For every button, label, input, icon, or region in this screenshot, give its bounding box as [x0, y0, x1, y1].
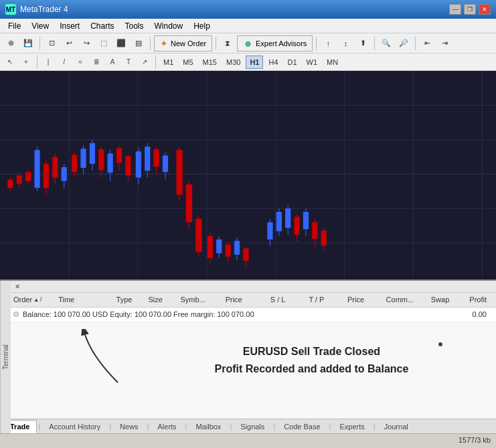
terminal-panel: Terminal ✕ Order ▲ / Time Type Size Symb… — [0, 279, 496, 433]
tab-news[interactable]: News — [112, 420, 146, 433]
separator-4 — [316, 37, 317, 50]
toolbar-btn-4[interactable]: ↩ — [61, 35, 77, 51]
toolbar-btn-9[interactable]: ⧗ — [220, 35, 236, 51]
crosshair-tool[interactable]: + — [19, 55, 33, 69]
menu-charts[interactable]: Charts — [85, 20, 119, 32]
separator-3 — [216, 37, 216, 50]
svg-rect-52 — [186, 185, 192, 223]
restore-button[interactable]: ❐ — [464, 4, 476, 15]
col-header-price2: Price — [347, 296, 386, 304]
timeframe-h1[interactable]: H1 — [246, 55, 263, 69]
wave-tool[interactable]: ≈ — [73, 55, 88, 69]
text-tool[interactable]: A — [105, 55, 120, 69]
menu-insert[interactable]: Insert — [54, 20, 85, 32]
toolbar-btn-zoom-out[interactable]: 🔎 — [396, 35, 412, 51]
menu-bar: File View Insert Charts Tools Window Hel… — [0, 19, 496, 33]
col-header-profit: Profit — [469, 296, 493, 304]
balance-row: Balance: 100 070.00 USD Equity: 100 070.… — [11, 308, 496, 322]
svg-rect-50 — [176, 150, 182, 195]
toolbar-btn-1[interactable]: ⊕ — [3, 35, 19, 51]
annotation-arrow-svg — [78, 329, 158, 389]
tab-account-history[interactable]: Account History — [42, 420, 108, 433]
terminal-label[interactable]: Terminal — [0, 281, 11, 433]
toolbar-btn-3[interactable]: ⊡ — [44, 35, 60, 51]
svg-rect-74 — [303, 212, 309, 229]
svg-rect-16 — [17, 175, 22, 183]
profit-value: 0.00 — [473, 310, 493, 318]
grid-tool[interactable]: ≣ — [89, 55, 104, 69]
menu-tools[interactable]: Tools — [120, 20, 149, 32]
svg-rect-46 — [154, 149, 159, 166]
toolbar-btn-2[interactable]: 💾 — [20, 35, 36, 51]
cursor-tool[interactable]: ↖ — [3, 55, 17, 69]
svg-rect-20 — [34, 150, 39, 188]
label-tool[interactable]: T — [121, 55, 136, 69]
toolbar-btn-13[interactable]: ⇤ — [419, 35, 435, 51]
timeframe-w1[interactable]: W1 — [303, 55, 322, 69]
menu-help[interactable]: Help — [188, 20, 216, 32]
toolbar-main: ⊕ 💾 ⊡ ↩ ↪ ⬚ ⬛ ▤ ✦ New Order ⧗ ☻ Expert A… — [0, 33, 496, 53]
col-header-time: Time — [58, 296, 116, 304]
toolbar-btn-10[interactable]: ↑ — [320, 35, 336, 51]
timeframe-m30[interactable]: M30 — [222, 55, 244, 69]
svg-rect-64 — [243, 249, 248, 261]
menu-window[interactable]: Window — [149, 20, 189, 32]
new-order-button[interactable]: ✦ New Order — [154, 35, 212, 51]
svg-rect-68 — [276, 212, 282, 231]
separator-8 — [155, 55, 156, 69]
toolbar-btn-14[interactable]: ⇥ — [436, 35, 452, 51]
chart-and-terminal: Terminal ✕ Order ▲ / Time Type Size Symb… — [0, 71, 496, 433]
terminal-close-bar: ✕ — [11, 281, 496, 293]
arrow-tool[interactable]: ↗ — [137, 55, 152, 69]
toolbar-btn-6[interactable]: ⬚ — [96, 35, 112, 51]
col-header-price: Price — [226, 296, 270, 304]
minimize-button[interactable]: — — [449, 4, 461, 15]
svg-rect-34 — [98, 149, 104, 170]
tab-mailbox[interactable]: Mailbox — [188, 420, 228, 433]
timeframe-m15[interactable]: M15 — [199, 55, 221, 69]
status-bar: 1577/3 kb — [0, 433, 496, 447]
separator-1 — [39, 37, 40, 50]
toolbar-btn-5[interactable]: ↪ — [78, 35, 94, 51]
candlestick-chart — [0, 71, 496, 277]
expert-advisors-button[interactable]: ☻ Expert Advisors — [237, 35, 313, 51]
col-header-order: Order ▲ / — [13, 296, 58, 304]
timeframe-mn[interactable]: MN — [323, 55, 342, 69]
timeframe-m5[interactable]: M5 — [179, 55, 197, 69]
toolbar-drawing: ↖ + | / ≈ ≣ A T ↗ M1 M5 M15 M30 H1 H4 D1… — [0, 53, 496, 71]
toolbar-btn-7[interactable]: ⬛ — [113, 35, 129, 51]
svg-rect-14 — [7, 180, 13, 188]
sort-icon: ▲ — [33, 297, 39, 303]
menu-file[interactable]: File — [3, 20, 26, 32]
toolbar-btn-12[interactable]: ⬆ — [355, 35, 371, 51]
timeframe-m1[interactable]: M1 — [159, 55, 177, 69]
svg-rect-32 — [90, 143, 95, 164]
tab-signals[interactable]: Signals — [233, 420, 272, 433]
timeframe-d1[interactable]: D1 — [284, 55, 301, 69]
new-order-label: New Order — [171, 39, 206, 47]
title-bar: MT MetaTrader 4 — ❐ ✕ — [0, 0, 496, 19]
diagonal-line-tool[interactable]: / — [57, 55, 72, 69]
line-tool[interactable]: | — [41, 55, 56, 69]
toolbar-btn-zoom-in[interactable]: 🔍 — [378, 35, 394, 51]
timeframe-h4[interactable]: H4 — [264, 55, 282, 69]
col-header-tp: T / P — [309, 296, 347, 304]
svg-rect-66 — [267, 222, 272, 239]
svg-rect-40 — [125, 156, 131, 176]
tab-alerts[interactable]: Alerts — [150, 420, 183, 433]
terminal-close-button[interactable]: ✕ — [13, 282, 21, 290]
tab-bar: Trade | Account History | News | Alerts … — [0, 419, 496, 433]
col-header-swap: Swap — [431, 296, 470, 304]
svg-rect-22 — [44, 164, 49, 188]
tab-journal[interactable]: Journal — [377, 420, 416, 433]
tab-code-base[interactable]: Code Base — [276, 420, 327, 433]
close-button[interactable]: ✕ — [479, 4, 491, 15]
svg-rect-60 — [226, 244, 231, 257]
chart-area[interactable] — [0, 71, 496, 279]
toolbar-btn-11[interactable]: ↕ — [337, 35, 353, 51]
status-text: 1577/3 kb — [459, 436, 491, 444]
tab-experts[interactable]: Experts — [332, 420, 371, 433]
svg-rect-30 — [80, 148, 86, 168]
toolbar-btn-8[interactable]: ▤ — [131, 35, 147, 51]
menu-view[interactable]: View — [26, 20, 54, 32]
